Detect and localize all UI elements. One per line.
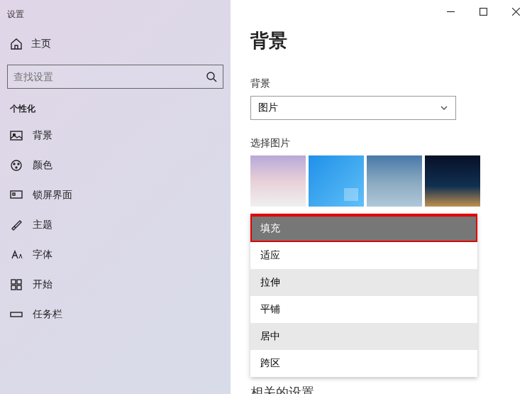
sidebar-item-themes[interactable]: 主题 [0,210,231,240]
svg-rect-13 [13,193,15,195]
svg-point-4 [207,72,214,80]
svg-rect-16 [11,285,16,290]
search-icon [206,71,217,82]
background-select-value: 图片 [258,102,278,114]
svg-point-10 [18,163,19,165]
sidebar-item-label: 开始 [33,278,52,291]
sidebar-item-fonts[interactable]: 字体 [0,240,231,270]
image-thumb-1[interactable] [250,155,306,207]
home-icon [10,38,23,50]
sidebar-item-start[interactable]: 开始 [0,270,231,300]
choose-image-label: 选择图片 [250,137,512,150]
image-thumb-3[interactable] [367,155,422,207]
svg-rect-1 [480,8,487,15]
svg-rect-18 [11,312,22,317]
sidebar-item-label: 背景 [33,129,52,142]
taskbar-icon [10,308,23,321]
image-thumb-4[interactable] [425,155,480,207]
sidebar-section-title: 个性化 [0,89,231,121]
minimize-button[interactable] [434,0,467,23]
svg-point-8 [11,160,21,170]
font-icon [10,248,23,261]
svg-rect-14 [11,280,16,284]
svg-rect-17 [17,285,21,290]
search-box[interactable] [7,65,223,89]
page-title: 背景 [250,28,512,53]
sidebar-home-label: 主页 [31,38,51,50]
sidebar-home[interactable]: 主页 [0,31,231,58]
svg-point-11 [16,167,17,168]
sidebar-item-lockscreen[interactable]: 锁屏界面 [0,180,231,210]
maximize-button[interactable] [467,0,499,23]
fit-option-span[interactable]: 跨区 [250,350,477,377]
sidebar-item-label: 主题 [33,219,52,231]
sidebar-item-colors[interactable]: 颜色 [0,151,231,180]
fit-dropdown: 填充 适应 拉伸 平铺 居中 跨区 [250,214,477,377]
fit-option-fit[interactable]: 适应 [250,242,477,269]
svg-line-5 [214,79,216,82]
svg-rect-15 [17,280,21,284]
sidebar-item-label: 字体 [33,248,52,261]
main-content: 背景 背景 图片 选择图片 填充 适应 拉伸 平铺 居中 跨区 相关的设置 [231,0,532,394]
sidebar-item-label: 颜色 [33,159,52,172]
svg-point-9 [13,163,15,165]
image-thumb-2[interactable] [309,155,364,207]
related-settings-heading: 相关的设置 [250,384,512,394]
palette-icon [10,159,23,172]
search-input[interactable] [13,71,206,82]
sidebar: 设置 主页 个性化 背景 颜色 锁屏界面 [0,0,231,394]
app-title: 设置 [0,6,231,26]
lockscreen-icon [10,189,23,202]
start-icon [10,278,23,291]
image-thumbnails [250,155,512,207]
image-icon [10,129,23,142]
fit-option-stretch[interactable]: 拉伸 [250,269,477,296]
background-select[interactable]: 图片 [250,96,456,120]
window-controls [434,0,532,23]
background-label: 背景 [250,77,512,90]
fit-option-fill[interactable]: 填充 [250,215,477,242]
sidebar-item-label: 任务栏 [33,308,62,321]
svg-rect-6 [11,131,22,140]
fit-option-tile[interactable]: 平铺 [250,296,477,323]
brush-icon [10,219,23,231]
sidebar-item-label: 锁屏界面 [33,189,72,202]
close-button[interactable] [499,0,532,23]
sidebar-item-background[interactable]: 背景 [0,121,231,151]
sidebar-item-taskbar[interactable]: 任务栏 [0,300,231,329]
chevron-down-icon [440,104,448,112]
fit-option-center[interactable]: 居中 [250,323,477,350]
